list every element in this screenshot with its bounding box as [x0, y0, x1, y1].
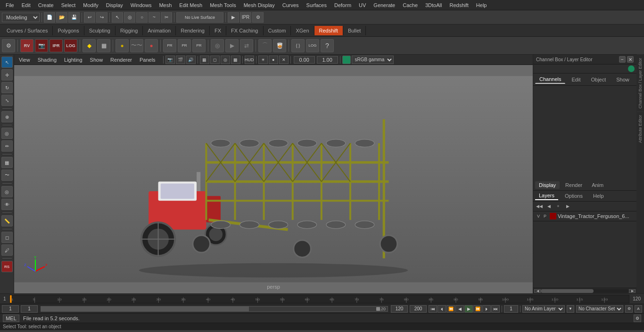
layer-p-toggle[interactable]: P — [542, 213, 548, 219]
frame-start-input[interactable] — [2, 305, 19, 313]
undo-btn[interactable]: ↩ — [84, 12, 95, 23]
shelf-grid-icon[interactable]: ▦ — [97, 39, 110, 52]
menu-create[interactable]: Create — [34, 1, 58, 9]
menu-mesh[interactable]: Mesh — [155, 1, 175, 9]
select-tool-btn[interactable]: ↖ — [1, 57, 13, 68]
go-to-end-btn[interactable]: ⏭ — [491, 305, 500, 313]
shelf-log-icon[interactable]: LOG — [64, 39, 77, 52]
vp-coord-y[interactable]: 1.00 — [317, 56, 338, 64]
current-frame-display[interactable] — [504, 305, 518, 313]
go-to-start-btn[interactable]: ⏮ — [429, 305, 437, 313]
layer-next-btn[interactable]: ▶ — [563, 202, 572, 210]
shelf-render3-icon[interactable]: ⇄ — [240, 39, 253, 52]
menu-curves[interactable]: Curves — [279, 1, 303, 9]
new-scene-btn[interactable]: 📄 — [44, 12, 55, 23]
paint-select-btn[interactable]: ✏ — [1, 140, 13, 152]
shelf-circle-icon[interactable]: ● — [145, 39, 158, 52]
workspace-select[interactable]: Modeling — [2, 13, 40, 22]
vp-color-btn[interactable] — [342, 56, 351, 64]
shelf-glass-icon[interactable]: 🥃 — [273, 39, 286, 52]
snap-to-grid-btn[interactable]: ▦ — [1, 157, 13, 168]
status-settings-icon[interactable]: ⚙ — [634, 315, 641, 322]
tab-polygons[interactable]: Polygons — [53, 26, 84, 35]
total-frames-input[interactable] — [410, 305, 427, 313]
menu-deform[interactable]: Deform — [330, 1, 355, 9]
vp-menu-renderer[interactable]: Renderer — [107, 56, 135, 64]
shelf-cam-icon[interactable]: 📷 — [35, 39, 48, 52]
scroll-left-btn[interactable]: ◀ — [534, 289, 541, 293]
vp-smooth-btn[interactable]: ◎ — [221, 56, 230, 64]
rp-sub-render[interactable]: Render — [561, 181, 586, 189]
vp-grid-btn[interactable]: ▦ — [200, 56, 209, 64]
shelf-render2-icon[interactable]: ▶ — [225, 39, 239, 52]
open-scene-btn[interactable]: 📂 — [56, 12, 67, 23]
vp-shadow-btn[interactable]: ☀ — [258, 56, 268, 64]
rp-close-btn[interactable]: ✕ — [627, 56, 634, 63]
tab-xgen[interactable]: XGen — [291, 26, 314, 35]
prev-key-btn[interactable]: ⏪ — [446, 305, 455, 313]
vp-texture-btn[interactable]: ▩ — [231, 56, 240, 64]
shelf-rv-icon[interactable]: RV — [20, 39, 33, 52]
layer-prev-btn[interactable]: ◀◀ — [535, 202, 544, 210]
shelf-wave-icon[interactable]: 〜〜 — [130, 39, 143, 52]
tab-redshift[interactable]: Redshift — [314, 26, 343, 35]
shelf-pr3-icon[interactable]: PR — [192, 39, 206, 52]
redo-btn[interactable]: ↪ — [96, 12, 107, 23]
multi-cut-btn[interactable]: ✂ — [161, 12, 172, 23]
script-mode-indicator[interactable]: MEL — [3, 315, 19, 322]
rp-layer-tab-options[interactable]: Options — [561, 192, 586, 200]
vp-menu-panels[interactable]: Panels — [137, 56, 158, 64]
rp-tab-edit[interactable]: Edit — [567, 75, 585, 84]
vp-ao-btn[interactable]: ● — [269, 56, 278, 64]
vp-hud-btn[interactable]: HUD — [245, 56, 254, 64]
tab-curves-surfaces[interactable]: Curves / Surfaces — [2, 26, 53, 35]
layer-add-btn[interactable]: + — [554, 202, 562, 210]
vp-menu-shading[interactable]: Shading — [35, 56, 59, 64]
vp-film-btn[interactable]: 🎬 — [176, 56, 185, 64]
rp-sub-display[interactable]: Display — [535, 181, 560, 189]
scroll-right-btn[interactable]: ▶ — [629, 289, 636, 293]
next-key-btn[interactable]: ⏩ — [473, 305, 482, 313]
max-frame-input[interactable] — [391, 305, 408, 313]
scroll-thumb[interactable] — [541, 289, 594, 293]
vp-menu-show[interactable]: Show — [87, 56, 106, 64]
shelf-ipr-icon[interactable]: IPR — [50, 39, 63, 52]
play-fwd-btn[interactable]: ▶ — [464, 305, 473, 313]
shelf-sphere-icon[interactable]: ● — [116, 39, 129, 52]
rp-sub-anim[interactable]: Anim — [588, 181, 607, 189]
shelf-render-icon[interactable]: ◎ — [211, 39, 224, 52]
gamma-select[interactable]: sRGB gamma — [352, 56, 394, 64]
layer-v-toggle[interactable]: V — [535, 213, 542, 219]
menu-3dtoall[interactable]: 3DtoAll — [421, 1, 446, 9]
vp-wire-btn[interactable]: ◻ — [210, 56, 220, 64]
scroll-track[interactable] — [541, 289, 629, 293]
tab-sculpting[interactable]: Sculpting — [84, 26, 116, 35]
menu-mesh-tools[interactable]: Mesh Tools — [206, 1, 239, 9]
move-tool-btn[interactable]: ✛ — [1, 69, 13, 81]
quad-draw-btn[interactable]: ◻ — [1, 232, 13, 243]
menu-edit-mesh[interactable]: Edit Mesh — [175, 1, 206, 9]
timeline-ruler[interactable]: 1 5 10 15 20 25 30 35 40 45 50 55 60 — [9, 295, 630, 303]
menu-redshift[interactable]: Redshift — [446, 1, 472, 9]
current-frame-input[interactable] — [21, 305, 38, 313]
rp-layer-tab-layers[interactable]: Layers — [535, 192, 558, 200]
vp-xray-btn[interactable]: ✕ — [279, 56, 289, 64]
menu-uv[interactable]: UV — [355, 1, 370, 9]
tab-rigging[interactable]: Rigging — [116, 26, 143, 35]
rp-tab-object[interactable]: Object — [586, 75, 610, 84]
rp-minimize-btn[interactable]: − — [619, 56, 626, 63]
rp-layer-tab-help[interactable]: Help — [589, 192, 608, 200]
menu-modify[interactable]: Modify — [79, 1, 102, 9]
anim-layer-select[interactable]: No Anim Layer — [522, 305, 565, 313]
anim-layer-arrow[interactable]: ▼ — [567, 305, 574, 313]
menu-help[interactable]: Help — [472, 1, 491, 9]
menu-cache[interactable]: Cache — [399, 1, 421, 9]
soft-select-btn[interactable]: ◎ — [1, 128, 13, 139]
shelf-pr1-icon[interactable]: PR — [163, 39, 176, 52]
select-tool-btn[interactable]: ↖ — [112, 12, 123, 23]
tab-fx[interactable]: FX — [210, 26, 226, 35]
menu-file[interactable]: File — [2, 1, 18, 9]
tab-animation[interactable]: Animation — [143, 26, 176, 35]
menu-generate[interactable]: Generate — [370, 1, 399, 9]
redshift-btn[interactable]: RS — [1, 261, 13, 272]
